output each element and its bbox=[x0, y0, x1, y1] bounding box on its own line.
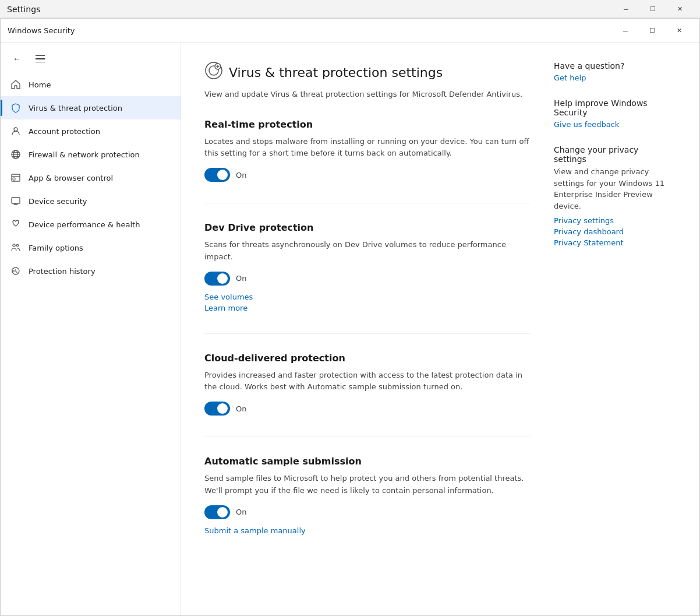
see-volumes-link[interactable]: See volumes bbox=[204, 293, 531, 301]
svg-point-0 bbox=[14, 128, 17, 131]
auto-sample-title: Automatic sample submission bbox=[204, 456, 531, 467]
svg-point-6 bbox=[13, 244, 15, 247]
auto-sample-toggle[interactable] bbox=[204, 505, 230, 519]
privacy-settings-link[interactable]: Privacy settings bbox=[554, 216, 670, 225]
sidebar-item-app-browser[interactable]: App & browser control bbox=[1, 166, 181, 189]
get-help-link[interactable]: Get help bbox=[554, 73, 586, 82]
svg-rect-4 bbox=[13, 178, 15, 180]
hamburger-line-3 bbox=[36, 62, 45, 63]
divider-3 bbox=[204, 437, 531, 437]
sidebar-item-device-security[interactable]: Device security bbox=[1, 189, 181, 213]
sidebar-nav: Home Virus & threat protection bbox=[1, 73, 181, 615]
learn-more-link[interactable]: Learn more bbox=[204, 304, 531, 312]
have-question-title: Have a question? bbox=[554, 61, 670, 71]
sidebar-item-device-perf[interactable]: Device performance & health bbox=[1, 213, 181, 236]
outer-titlebar-controls: ─ ☐ ✕ bbox=[613, 0, 693, 19]
give-feedback-link[interactable]: Give us feedback bbox=[554, 120, 619, 129]
outer-titlebar-title: Settings bbox=[7, 5, 40, 14]
sidebar-item-virus[interactable]: Virus & threat protection bbox=[1, 96, 181, 119]
improve-section: Help improve Windows Security Give us fe… bbox=[554, 98, 670, 129]
sidebar-item-firewall-label: Firewall & network protection bbox=[29, 150, 140, 159]
outer-titlebar: Settings ─ ☐ ✕ bbox=[0, 0, 700, 19]
sidebar-item-account-label: Account protection bbox=[29, 127, 100, 136]
sidebar-item-account[interactable]: Account protection bbox=[1, 119, 181, 143]
home-icon bbox=[10, 79, 22, 90]
content-left: Virus & threat protection settings View … bbox=[204, 61, 531, 592]
have-question-section: Have a question? Get help bbox=[554, 61, 670, 82]
sidebar-item-device-security-label: Device security bbox=[29, 197, 87, 206]
privacy-dashboard-link[interactable]: Privacy dashboard bbox=[554, 227, 670, 236]
cloud-toggle-label: On bbox=[236, 404, 246, 413]
realtime-toggle-row: On bbox=[204, 168, 531, 182]
content-right: Have a question? Get help Help improve W… bbox=[554, 61, 670, 592]
history-icon bbox=[10, 265, 22, 277]
auto-sample-toggle-label: On bbox=[236, 508, 246, 516]
realtime-desc: Locates and stops malware from installin… bbox=[204, 136, 531, 160]
ws-body: ← Home bbox=[1, 43, 699, 615]
shield-icon bbox=[10, 102, 22, 114]
windows-security-window: Windows Security ─ ☐ ✕ ← bbox=[0, 19, 700, 616]
sidebar-item-home-label: Home bbox=[29, 80, 51, 89]
page-subtitle: View and update Virus & threat protectio… bbox=[204, 89, 531, 100]
account-icon bbox=[10, 125, 22, 137]
devdrive-links: See volumes Learn more bbox=[204, 293, 531, 312]
privacy-links: Privacy settings Privacy dashboard Priva… bbox=[554, 216, 670, 247]
realtime-toggle-label: On bbox=[236, 171, 246, 179]
auto-sample-toggle-row: On bbox=[204, 505, 531, 519]
outer-close-button[interactable]: ✕ bbox=[666, 0, 693, 19]
app-browser-icon bbox=[10, 172, 22, 184]
ws-close-button[interactable]: ✕ bbox=[666, 19, 692, 43]
sidebar-top: ← bbox=[1, 45, 181, 73]
cloud-section: Cloud-delivered protection Provides incr… bbox=[204, 353, 531, 416]
ws-minimize-button[interactable]: ─ bbox=[612, 19, 639, 43]
devdrive-title: Dev Drive protection bbox=[204, 222, 531, 233]
privacy-section: Change your privacy settings View and ch… bbox=[554, 145, 670, 247]
sidebar-item-family-label: Family options bbox=[29, 244, 83, 252]
auto-sample-desc: Send sample files to Microsoft to help p… bbox=[204, 473, 531, 497]
page-header: Virus & threat protection settings bbox=[204, 61, 531, 84]
sidebar: ← Home bbox=[1, 43, 181, 615]
devdrive-toggle-row: On bbox=[204, 272, 531, 286]
page-header-icon bbox=[204, 61, 223, 84]
back-button[interactable]: ← bbox=[8, 50, 26, 68]
realtime-toggle[interactable] bbox=[204, 168, 230, 182]
realtime-title: Real-time protection bbox=[204, 119, 531, 130]
devdrive-toggle[interactable] bbox=[204, 272, 230, 286]
sidebar-item-home[interactable]: Home bbox=[1, 73, 181, 96]
sidebar-item-firewall[interactable]: Firewall & network protection bbox=[1, 143, 181, 166]
privacy-statement-link[interactable]: Privacy Statement bbox=[554, 238, 670, 247]
devdrive-section: Dev Drive protection Scans for threats a… bbox=[204, 222, 531, 312]
auto-sample-links: Submit a sample manually bbox=[204, 526, 531, 535]
sidebar-item-perf-label: Device performance & health bbox=[29, 220, 140, 229]
ws-maximize-button[interactable]: ☐ bbox=[639, 19, 666, 43]
realtime-protection-section: Real-time protection Locates and stops m… bbox=[204, 119, 531, 182]
divider-1 bbox=[204, 203, 531, 203]
health-icon bbox=[10, 219, 22, 230]
sidebar-item-history[interactable]: Protection history bbox=[1, 259, 181, 283]
ws-titlebar: Windows Security ─ ☐ ✕ bbox=[1, 19, 699, 43]
cloud-toggle-row: On bbox=[204, 402, 531, 416]
ws-titlebar-title: Windows Security bbox=[8, 26, 612, 35]
svg-point-7 bbox=[16, 244, 18, 246]
hamburger-line-2 bbox=[36, 58, 45, 59]
outer-minimize-button[interactable]: ─ bbox=[613, 0, 639, 19]
devdrive-desc: Scans for threats asynchronously on Dev … bbox=[204, 239, 531, 263]
hamburger-button[interactable] bbox=[31, 50, 50, 68]
sidebar-item-family[interactable]: Family options bbox=[1, 236, 181, 259]
family-icon bbox=[10, 242, 22, 254]
sidebar-item-app-label: App & browser control bbox=[29, 174, 113, 182]
outer-maximize-button[interactable]: ☐ bbox=[639, 0, 666, 19]
page-title: Virus & threat protection settings bbox=[229, 65, 443, 80]
cloud-toggle[interactable] bbox=[204, 402, 230, 416]
divider-2 bbox=[204, 333, 531, 334]
cloud-desc: Provides increased and faster protection… bbox=[204, 369, 531, 394]
main-content: Virus & threat protection settings View … bbox=[181, 43, 699, 615]
cloud-title: Cloud-delivered protection bbox=[204, 353, 531, 364]
sidebar-item-virus-label: Virus & threat protection bbox=[29, 104, 122, 112]
submit-manually-link[interactable]: Submit a sample manually bbox=[204, 526, 531, 535]
ws-titlebar-controls: ─ ☐ ✕ bbox=[612, 19, 692, 43]
network-icon bbox=[10, 149, 22, 160]
sidebar-item-history-label: Protection history bbox=[29, 267, 96, 276]
hamburger-line-1 bbox=[36, 55, 45, 57]
privacy-title: Change your privacy settings bbox=[554, 145, 670, 164]
